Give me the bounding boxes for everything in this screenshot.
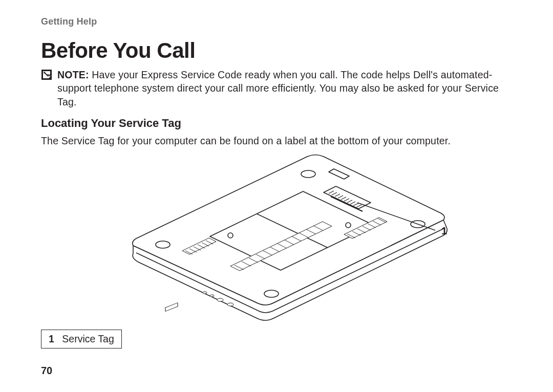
document-page: Getting Help Before You Call NOTE: Have …: [0, 0, 553, 392]
legend-label: Service Tag: [62, 333, 114, 344]
svg-point-9: [210, 295, 214, 297]
figure-legend: 1 Service Tag: [41, 330, 122, 349]
note-label: NOTE:: [57, 69, 89, 80]
svg-point-11: [227, 303, 233, 306]
note-icon: [41, 69, 52, 80]
note-block: NOTE: Have your Express Service Code rea…: [41, 68, 512, 108]
note-body: Have your Express Service Code ready whe…: [57, 69, 499, 107]
svg-rect-12: [165, 303, 178, 312]
page-number: 70: [41, 365, 52, 377]
svg-point-3: [346, 223, 351, 228]
section-subheading: Locating Your Service Tag: [41, 117, 512, 130]
svg-point-10: [217, 298, 223, 301]
svg-point-5: [301, 170, 315, 178]
legend-cell: 1 Service Tag: [41, 330, 122, 349]
chapter-title: Getting Help: [41, 16, 512, 27]
section-body: The Service Tag for your computer can be…: [41, 134, 512, 147]
svg-point-2: [228, 233, 233, 238]
legend-row: 1 Service Tag: [41, 330, 122, 349]
service-tag-figure: 1: [41, 148, 512, 328]
svg-point-7: [264, 290, 279, 297]
svg-point-8: [203, 292, 207, 294]
svg-point-4: [156, 241, 170, 248]
laptop-bottom-illustration: [102, 148, 461, 328]
callout-1: 1: [441, 225, 447, 237]
note-text: NOTE: Have your Express Service Code rea…: [57, 68, 512, 108]
page-heading: Before You Call: [41, 38, 512, 63]
legend-number: 1: [49, 333, 59, 344]
